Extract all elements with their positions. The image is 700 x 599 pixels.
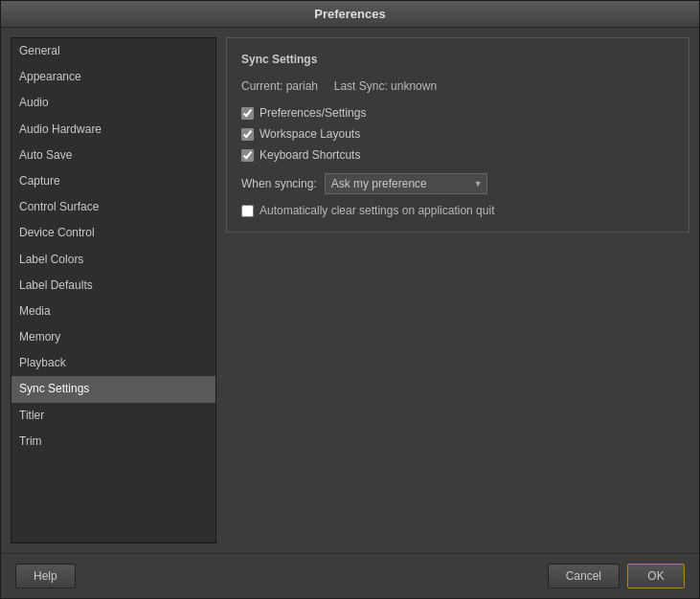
sync-dropdown[interactable]: Ask my preference Upload Settings Downlo… [325,173,487,194]
preferences-checkbox-row: Preferences/Settings [241,106,674,120]
current-info: Current: pariah Last Sync: unknown [241,79,674,93]
sidebar-item-device-control[interactable]: Device Control [11,220,215,246]
auto-clear-checkbox[interactable] [241,205,254,217]
sidebar-item-trim[interactable]: Trim [11,429,215,455]
footer: Help Cancel OK [1,553,699,598]
keyboard-checkbox-label: Keyboard Shortcuts [260,148,360,162]
preferences-checkbox-label: Preferences/Settings [260,106,366,120]
when-syncing-label: When syncing: [241,177,317,190]
cancel-button[interactable]: Cancel [548,564,620,588]
sync-dropdown-wrapper: Ask my preference Upload Settings Downlo… [325,173,487,194]
sidebar-item-capture[interactable]: Capture [11,168,215,194]
current-label: Current: pariah [241,79,318,93]
content-area: GeneralAppearanceAudioAudio HardwareAuto… [1,28,699,553]
sidebar-item-control-surface[interactable]: Control Surface [11,194,215,220]
workspace-checkbox-row: Workspace Layouts [241,127,674,141]
ok-button[interactable]: OK [627,564,685,588]
last-sync-label: Last Sync: unknown [334,79,437,93]
sidebar-item-general[interactable]: General [11,38,215,64]
sidebar-item-media[interactable]: Media [11,299,215,324]
sidebar-item-playback[interactable]: Playback [11,350,215,376]
workspace-checkbox[interactable] [241,128,254,141]
sync-settings-title: Sync Settings [241,53,674,66]
title-bar: Preferences [1,1,699,28]
sidebar-item-audio[interactable]: Audio [11,90,215,116]
sync-settings-box: Sync Settings Current: pariah Last Sync:… [226,37,689,233]
main-panel: Sync Settings Current: pariah Last Sync:… [226,37,689,544]
help-button[interactable]: Help [15,564,76,588]
auto-clear-label: Automatically clear settings on applicat… [260,204,494,217]
sidebar-item-sync-settings[interactable]: Sync Settings [11,376,215,402]
keyboard-checkbox-row: Keyboard Shortcuts [241,148,674,162]
sidebar-item-memory[interactable]: Memory [11,324,215,350]
preferences-checkbox[interactable] [241,107,254,120]
sidebar-item-label-colors[interactable]: Label Colors [11,247,215,273]
auto-clear-row: Automatically clear settings on applicat… [241,204,674,217]
when-syncing-row: When syncing: Ask my preference Upload S… [241,173,674,194]
dialog-title: Preferences [314,7,385,21]
sidebar-item-audio-hardware[interactable]: Audio Hardware [11,117,215,143]
sidebar-item-titler[interactable]: Titler [11,403,215,429]
sidebar-item-appearance[interactable]: Appearance [11,64,215,90]
preferences-dialog: Preferences GeneralAppearanceAudioAudio … [0,0,700,599]
sidebar: GeneralAppearanceAudioAudio HardwareAuto… [11,37,216,544]
sidebar-item-auto-save[interactable]: Auto Save [11,143,215,168]
workspace-checkbox-label: Workspace Layouts [260,127,360,141]
keyboard-checkbox[interactable] [241,149,254,162]
sidebar-item-label-defaults[interactable]: Label Defaults [11,273,215,299]
